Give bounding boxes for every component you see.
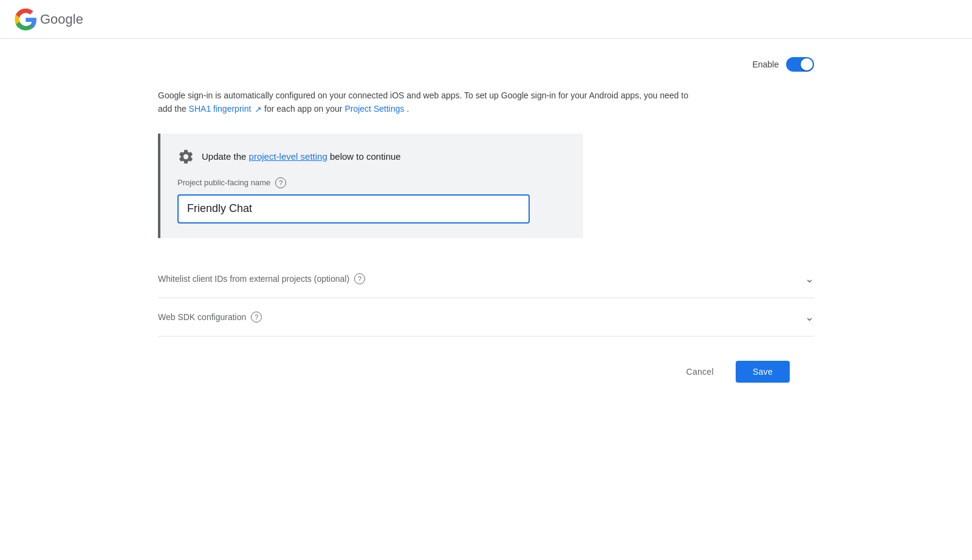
project-settings-link[interactable]: Project Settings bbox=[344, 104, 404, 114]
info-box-title: Update the project-level setting below t… bbox=[202, 151, 401, 162]
field-help-icon[interactable]: ? bbox=[275, 177, 286, 188]
toggle-thumb bbox=[801, 58, 813, 70]
gear-icon bbox=[177, 148, 194, 165]
footer-actions: Cancel Save bbox=[158, 349, 814, 395]
sha1-fingerprint-link[interactable]: SHA1 fingerprint bbox=[189, 104, 252, 114]
whitelist-label-row: Whitelist client IDs from external proje… bbox=[158, 273, 365, 284]
web-sdk-help-icon[interactable]: ? bbox=[251, 312, 262, 323]
enable-row: Enable bbox=[158, 57, 814, 72]
info-title-part1: Update the bbox=[202, 151, 249, 162]
whitelist-help-symbol: ? bbox=[358, 275, 361, 282]
info-box: Update the project-level setting below t… bbox=[158, 134, 583, 238]
web-sdk-help-symbol: ? bbox=[255, 313, 258, 321]
whitelist-chevron-icon: ⌄ bbox=[805, 272, 814, 285]
google-logo-text: Google bbox=[40, 12, 83, 27]
save-button[interactable]: Save bbox=[736, 361, 790, 383]
enable-toggle[interactable] bbox=[786, 57, 814, 72]
field-label: Project public-facing name bbox=[177, 178, 270, 187]
whitelist-label: Whitelist client IDs from external proje… bbox=[158, 274, 349, 284]
web-sdk-chevron-icon: ⌄ bbox=[805, 310, 814, 324]
info-box-header: Update the project-level setting below t… bbox=[177, 148, 566, 165]
header: Google bbox=[0, 0, 972, 39]
enable-label: Enable bbox=[752, 60, 779, 69]
description-text: Google sign-in is automatically configur… bbox=[158, 89, 705, 117]
cancel-button[interactable]: Cancel bbox=[674, 361, 725, 383]
description-part2: for each app on your bbox=[264, 104, 344, 114]
field-label-row: Project public-facing name ? bbox=[177, 177, 566, 188]
web-sdk-header: Web SDK configuration ? ⌄ bbox=[158, 310, 814, 324]
page-container: Google Enable Google sign-in is automati… bbox=[0, 0, 972, 560]
whitelist-help-icon[interactable]: ? bbox=[354, 273, 365, 284]
main-content: Enable Google sign-in is automatically c… bbox=[0, 39, 972, 560]
whitelist-section[interactable]: Whitelist client IDs from external proje… bbox=[158, 260, 814, 298]
whitelist-header: Whitelist client IDs from external proje… bbox=[158, 272, 814, 285]
web-sdk-section[interactable]: Web SDK configuration ? ⌄ bbox=[158, 298, 814, 336]
web-sdk-label: Web SDK configuration bbox=[158, 312, 246, 322]
project-level-setting-link[interactable]: project-level setting bbox=[249, 151, 327, 162]
web-sdk-label-row: Web SDK configuration ? bbox=[158, 312, 262, 323]
google-logo: Google bbox=[15, 9, 83, 30]
info-title-part2: below to continue bbox=[330, 151, 401, 162]
description-part3: . bbox=[406, 104, 409, 114]
google-g-icon bbox=[15, 9, 36, 30]
help-icon-symbol: ? bbox=[279, 179, 282, 186]
project-name-input[interactable] bbox=[177, 194, 530, 224]
external-link-icon: ↗ bbox=[255, 104, 262, 114]
